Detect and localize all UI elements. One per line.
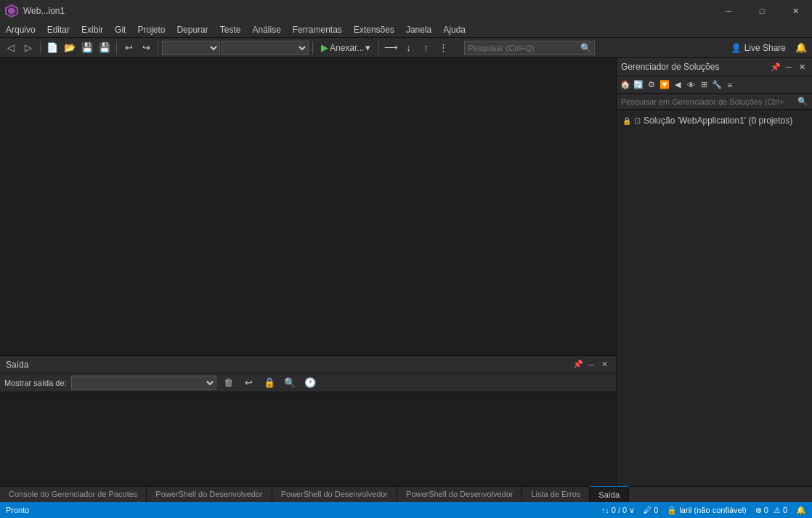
output-pin-btn[interactable]: 📌 <box>572 359 584 371</box>
svg-marker-1 <box>8 7 15 15</box>
run-icon: ▶ <box>321 42 328 53</box>
toolbar-save-btn[interactable]: 💾 <box>79 40 95 56</box>
error-count: 0 <box>764 506 768 514</box>
output-title: Saída <box>6 360 28 370</box>
run-dropdown-icon[interactable]: ▾ <box>365 42 370 53</box>
output-title-buttons: 📌 ─ ✕ <box>572 359 610 371</box>
live-share-label: Live Share <box>744 43 786 53</box>
se-close-btn[interactable]: ✕ <box>796 61 808 73</box>
toolbar-open-btn[interactable]: 📂 <box>62 40 78 56</box>
search-box: 🔍 <box>464 41 595 55</box>
editor-main <box>0 58 616 355</box>
tab-powershell-dev-1[interactable]: PowerShell do Desenvolvedor <box>147 486 272 502</box>
se-settings-btn[interactable]: ⚙ <box>646 79 657 91</box>
menu-extensoes[interactable]: Extensões <box>348 22 400 38</box>
toolbar-back-btn[interactable]: ◁ <box>3 40 19 56</box>
run-attach-button[interactable]: ▶ Anexar... ▾ <box>317 40 375 56</box>
output-combo[interactable] <box>71 376 216 390</box>
encoding-label: laril (não confiável) <box>679 506 746 514</box>
menu-bar: Arquivo Editar Exibir Git Projeto Depura… <box>0 22 812 38</box>
status-notif[interactable]: 🔔 <box>796 506 806 515</box>
tab-lista-erros[interactable]: Lista de Erros <box>522 486 590 502</box>
toolbar-notifications-btn[interactable]: 🔔 <box>793 40 809 56</box>
se-search-icon: 🔍 <box>797 97 808 106</box>
warning-count: 0 <box>783 506 787 514</box>
live-share-button[interactable]: 👤 Live Share <box>726 40 790 56</box>
search-icon[interactable]: 🔍 <box>580 43 591 53</box>
menu-ferramentas[interactable]: Ferramentas <box>287 22 348 38</box>
title-bar-left: Web...ion1 <box>0 2 65 20</box>
se-autohide-btn[interactable]: ─ <box>783 61 795 73</box>
se-collapse-btn[interactable]: ◀ <box>672 79 683 91</box>
se-filter-btn[interactable]: 🔽 <box>659 79 670 91</box>
solution-icon: ⊡ <box>634 116 641 126</box>
menu-analise[interactable]: Análise <box>246 22 286 38</box>
se-more-btn[interactable]: ≡ <box>724 79 736 91</box>
se-pin-btn[interactable]: 📌 <box>770 61 781 73</box>
menu-arquivo[interactable]: Arquivo <box>0 22 41 38</box>
output-autohide-btn[interactable]: ─ <box>585 359 597 371</box>
se-search-input[interactable] <box>621 97 795 106</box>
status-right: ↑↓ 0 / 0 ∨ 🖊 0 🔒 laril (não confiável) ⊗… <box>601 506 806 515</box>
menu-exibir[interactable]: Exibir <box>76 22 109 38</box>
tab-powershell-dev-3[interactable]: PowerShell do Desenvolvedor <box>397 486 522 502</box>
toolbar-more-btn[interactable]: ⋮ <box>435 40 451 56</box>
menu-depurar[interactable]: Depurar <box>171 22 214 38</box>
minimize-button[interactable]: ─ <box>712 0 745 22</box>
se-title: Gerenciador de Soluções <box>621 62 719 72</box>
middle-area: Saída 📌 ─ ✕ Mostrar saída de: 🗑 ↩ 🔒 <box>0 58 812 486</box>
solution-node[interactable]: 🔒 ⊡ Solução 'WebApplication1' (0 projeto… <box>617 113 812 129</box>
close-button[interactable]: ✕ <box>779 0 812 22</box>
status-encoding[interactable]: 🔒 laril (não confiável) <box>667 506 746 515</box>
toolbar-undo-btn[interactable]: ↩ <box>121 40 137 56</box>
status-errors[interactable]: ⊗ 0 ⚠ 0 <box>755 506 787 515</box>
search-input[interactable] <box>468 44 580 52</box>
tab-saida[interactable]: Saída <box>590 486 629 502</box>
solution-label: Solução 'WebApplication1' (0 projetos) <box>643 116 792 126</box>
tab-powershell-dev-2[interactable]: PowerShell do Desenvolvedor <box>272 486 397 502</box>
se-view-btn[interactable]: 👁 <box>685 79 697 91</box>
se-sync-btn[interactable]: 🔄 <box>633 79 644 91</box>
bottom-tabs: Console do Gerenciador de Pacotes PowerS… <box>0 486 812 502</box>
status-line-col[interactable]: ↑↓ 0 / 0 ∨ <box>601 506 636 515</box>
toolbar-redo-btn[interactable]: ↪ <box>138 40 154 56</box>
toolbar-forward-btn[interactable]: ▷ <box>20 40 36 56</box>
menu-janela[interactable]: Janela <box>400 22 437 38</box>
toolbar-saveall-btn[interactable]: 💾 <box>97 40 113 56</box>
output-lock-scroll-btn[interactable]: 🔒 <box>261 375 277 391</box>
output-find-btn[interactable]: 🔍 <box>282 375 298 391</box>
se-search: 🔍 <box>617 94 812 110</box>
se-props-btn[interactable]: 🔧 <box>711 79 723 91</box>
menu-git[interactable]: Git <box>109 22 131 38</box>
toolbar-step-over-btn[interactable]: ⟶ <box>383 40 399 56</box>
menu-projeto[interactable]: Projeto <box>131 22 171 38</box>
toolbar-step-out-btn[interactable]: ↑ <box>418 40 434 56</box>
output-clear-btn[interactable]: 🗑 <box>221 375 237 391</box>
status-spaces[interactable]: 🖊 0 <box>643 506 658 514</box>
se-home-btn[interactable]: 🏠 <box>620 79 631 91</box>
output-close-btn[interactable]: ✕ <box>598 359 610 371</box>
toolbar-sep-1 <box>40 41 41 54</box>
se-views-btn[interactable]: ⊞ <box>698 79 710 91</box>
menu-editar[interactable]: Editar <box>41 22 76 38</box>
output-timestamp-btn[interactable]: 🕐 <box>302 375 318 391</box>
toolbar-step-in-btn[interactable]: ↓ <box>400 40 416 56</box>
output-toggle-word-wrap-btn[interactable]: ↩ <box>241 375 257 391</box>
config-combo[interactable] <box>162 41 220 55</box>
lock-icon: 🔒 <box>622 117 631 125</box>
run-label: Anexar... <box>330 43 364 53</box>
toolbar-sep-3 <box>158 41 158 54</box>
solution-explorer: Gerenciador de Soluções 📌 ─ ✕ 🏠 🔄 ⚙ 🔽 ◀ … <box>616 58 812 486</box>
menu-teste[interactable]: Teste <box>214 22 247 38</box>
output-panel: Saída 📌 ─ ✕ Mostrar saída de: 🗑 ↩ 🔒 <box>0 355 616 486</box>
title-bar: Web...ion1 ─ □ ✕ <box>0 0 812 22</box>
toolbar-new-btn[interactable]: 📄 <box>44 40 60 56</box>
menu-ajuda[interactable]: Ajuda <box>437 22 471 38</box>
output-show-label: Mostrar saída de: <box>4 379 67 387</box>
platform-combo[interactable] <box>222 41 309 55</box>
tab-console-pacotes[interactable]: Console do Gerenciador de Pacotes <box>0 486 147 502</box>
status-left: Pronto <box>6 506 29 514</box>
maximize-button[interactable]: □ <box>745 0 779 22</box>
editor-and-output: Saída 📌 ─ ✕ Mostrar saída de: 🗑 ↩ 🔒 <box>0 58 616 486</box>
se-toolbar: 🏠 🔄 ⚙ 🔽 ◀ 👁 ⊞ 🔧 ≡ <box>617 76 812 94</box>
